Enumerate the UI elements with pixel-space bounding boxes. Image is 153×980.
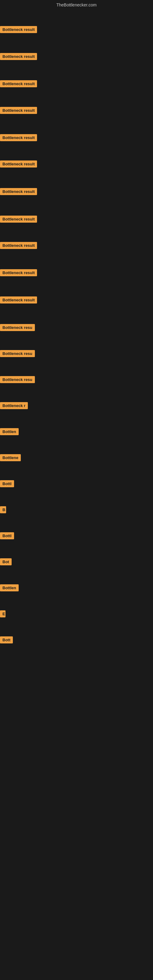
bottleneck-result-item: Bottleneck result (0, 269, 37, 277)
bottleneck-result-label: Bottleneck r (0, 402, 28, 409)
bottleneck-result-item: Bott (0, 636, 13, 645)
bottleneck-result-item: Bottleneck resu (0, 324, 35, 332)
bottleneck-result-label: Bottleneck result (0, 242, 37, 249)
bottleneck-result-label: Bottleneck result (0, 53, 37, 60)
bottleneck-result-item: Bottleneck result (0, 161, 37, 169)
bottleneck-result-item: Bottleneck result (0, 134, 37, 142)
bottleneck-result-item: B (0, 506, 6, 514)
bottleneck-result-item: Bottleneck result (0, 107, 37, 115)
bottleneck-result-label: Bottleneck result (0, 269, 37, 276)
bottleneck-result-item: Bottlen (0, 584, 19, 593)
bottleneck-result-label: B (0, 506, 6, 513)
bottleneck-result-item: Bottlene (0, 454, 21, 463)
bottleneck-result-label: Bottleneck result (0, 107, 37, 114)
bottleneck-result-label: Bottlen (0, 428, 19, 435)
bottleneck-result-label: E (0, 610, 5, 617)
site-title: TheBottlenecker.com (0, 0, 153, 9)
bottleneck-result-item: Bottleneck result (0, 242, 37, 250)
bottleneck-result-item: E (0, 610, 5, 619)
bottleneck-result-label: Bottleneck resu (0, 376, 35, 383)
bottleneck-result-item: Bottleneck result (0, 53, 37, 61)
bottleneck-result-item: Bot (0, 558, 12, 566)
bottleneck-result-label: Bottleneck result (0, 80, 37, 87)
bottleneck-result-item: Bottlen (0, 428, 19, 436)
bottleneck-result-label: Bottleneck resu (0, 324, 35, 331)
bottleneck-result-item: Bottl (0, 532, 14, 541)
bottleneck-result-label: Bottl (0, 532, 14, 539)
bottleneck-result-label: Bottl (0, 480, 14, 487)
bottleneck-result-label: Bottleneck result (0, 216, 37, 223)
bottleneck-result-label: Bottlene (0, 454, 21, 461)
bottleneck-result-item: Bottleneck result (0, 296, 37, 305)
bottleneck-result-item: Bottl (0, 480, 14, 488)
bottleneck-result-item: Bottleneck r (0, 402, 28, 410)
bottleneck-result-label: Bottleneck result (0, 26, 37, 33)
bottleneck-result-item: Bottleneck result (0, 26, 37, 34)
bottleneck-result-label: Bott (0, 636, 13, 643)
bottleneck-result-label: Bottlen (0, 584, 19, 591)
bottleneck-result-label: Bottleneck result (0, 161, 37, 167)
bottleneck-result-label: Bottleneck result (0, 188, 37, 195)
bottleneck-result-item: Bottleneck resu (0, 350, 35, 358)
bottleneck-result-item: Bottleneck result (0, 80, 37, 89)
bottleneck-result-item: Bottleneck result (0, 188, 37, 196)
bottleneck-result-label: Bot (0, 558, 12, 565)
bottleneck-result-item: Bottleneck resu (0, 376, 35, 384)
bottleneck-result-label: Bottleneck result (0, 296, 37, 304)
bottleneck-result-label: Bottleneck resu (0, 350, 35, 357)
bottleneck-result-item: Bottleneck result (0, 216, 37, 224)
bottleneck-result-label: Bottleneck result (0, 134, 37, 141)
